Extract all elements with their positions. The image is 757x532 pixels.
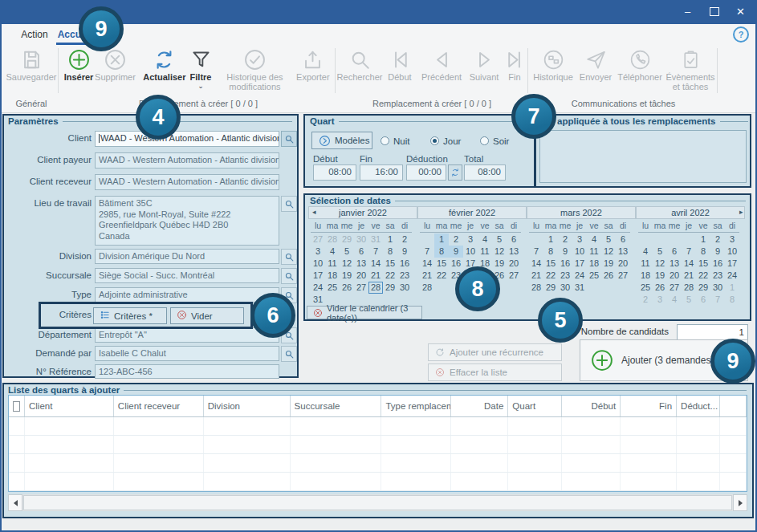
calendar-day[interactable]: 7 xyxy=(682,246,696,258)
calendar-day[interactable]: 1 xyxy=(383,234,397,246)
calendar-day[interactable]: 7 xyxy=(420,246,434,258)
ribbon-button-exporter[interactable]: Exporter xyxy=(292,46,334,83)
column-header-d-duct-[interactable]: Déduct... xyxy=(677,396,720,416)
calendar-day[interactable]: 28 xyxy=(325,234,340,246)
calendar-day[interactable]: 10 xyxy=(463,246,478,258)
calendar-day[interactable]: 8 xyxy=(434,246,449,258)
calendar-day[interactable]: 30 xyxy=(710,282,725,294)
column-header-type-remplacem-[interactable]: Type remplacem... xyxy=(381,396,451,416)
calendar-day[interactable]: 12 xyxy=(340,258,354,270)
calendar-day[interactable]: 23 xyxy=(710,270,725,282)
calendar-day[interactable]: 15 xyxy=(383,258,397,270)
calendar-day[interactable]: 26 xyxy=(340,282,354,294)
calendar-day[interactable]: 5 xyxy=(601,234,616,246)
calendar-day[interactable]: 20 xyxy=(667,270,682,282)
close-button[interactable]: ✕ xyxy=(727,0,754,22)
calendar-day[interactable]: 3 xyxy=(463,234,478,246)
calendar-day[interactable]: 5 xyxy=(340,246,354,258)
calendar-day[interactable]: 15 xyxy=(696,258,710,270)
add-recurrence-button[interactable]: Ajouter une récurrence xyxy=(428,343,562,361)
calendar-day[interactable]: 6 xyxy=(696,294,710,306)
help-icon[interactable]: ? xyxy=(733,26,749,43)
calendar-day[interactable]: 21 xyxy=(420,270,434,282)
candidates-input[interactable] xyxy=(677,324,748,340)
time-field-début[interactable]: 08:00 xyxy=(313,164,356,181)
calendar-day[interactable]: 22 xyxy=(696,270,710,282)
calendar-day[interactable]: 12 xyxy=(601,246,616,258)
calendar-day[interactable]: 14 xyxy=(682,258,696,270)
field-value-6[interactable]: Adjointe administrative xyxy=(95,287,279,303)
ribbon-button-t-l-phoner[interactable]: Téléphoner xyxy=(615,46,665,83)
calendar-day[interactable]: 18 xyxy=(325,270,340,282)
calendar-day[interactable]: 27 xyxy=(354,282,368,294)
field-value-5[interactable]: Siège Social - Succ. Montréal xyxy=(95,268,279,283)
ribbon-button-sauvegarder[interactable]: Sauvegarder xyxy=(5,46,58,83)
field-value-0[interactable]: WAAD - Western Automation - Atlantic div… xyxy=(95,131,279,147)
calendar-day[interactable]: 12 xyxy=(653,258,667,270)
radio-soir[interactable]: Soir xyxy=(480,136,509,146)
time-field-déduction[interactable]: 00:00 xyxy=(406,164,446,181)
calendar-day[interactable]: 11 xyxy=(325,258,340,270)
calendar-day[interactable]: 21 xyxy=(682,270,696,282)
field-value-2[interactable]: WAAD - Western Automation - Atlantic div… xyxy=(95,174,279,190)
calendar-day[interactable]: 29 xyxy=(383,282,397,294)
calendar-day[interactable]: 19 xyxy=(601,258,616,270)
calendar-day[interactable]: 5 xyxy=(653,246,667,258)
calendar-day[interactable]: 2 xyxy=(397,234,412,246)
ribbon-button-filtre[interactable]: Filtre⌄ xyxy=(185,46,216,89)
calendar-day[interactable]: 19 xyxy=(492,258,507,270)
column-header-client[interactable]: Client xyxy=(25,396,114,416)
calendar-day[interactable]: 9 xyxy=(558,246,572,258)
calendar-day[interactable]: 31 xyxy=(311,294,325,306)
search-lookup-button[interactable] xyxy=(281,268,297,284)
calendar-day[interactable]: 2 xyxy=(449,234,463,246)
select-all-checkbox[interactable] xyxy=(13,401,20,412)
ribbon-button-fin[interactable]: Fin xyxy=(503,46,527,83)
calendar-day[interactable]: 16 xyxy=(558,258,572,270)
calendar-day[interactable]: 31 xyxy=(368,234,383,246)
calendar-day[interactable]: 13 xyxy=(507,246,521,258)
table-row[interactable] xyxy=(9,417,747,436)
calendar-day[interactable]: 24 xyxy=(311,282,325,294)
calendar-prev-icon[interactable]: ◂ xyxy=(312,208,316,216)
calendar-day[interactable]: 14 xyxy=(529,258,543,270)
field-value-1[interactable]: WAAD - Western Automation - Atlantic div… xyxy=(95,152,279,169)
field-value-4[interactable]: Division Amérique Du Nord xyxy=(95,249,279,264)
ribbon-button-historique[interactable]: Historique xyxy=(530,46,576,83)
calendar-day[interactable]: 5 xyxy=(492,234,507,246)
field-value-8[interactable]: Entrepôt "A" xyxy=(95,327,279,343)
column-header-fin[interactable]: Fin xyxy=(621,396,677,416)
calendar-day[interactable]: 29 xyxy=(696,282,710,294)
calendar-day[interactable]: 30 xyxy=(558,282,572,294)
calendar-day[interactable]: 16 xyxy=(710,258,725,270)
calendar-day[interactable]: 17 xyxy=(572,258,587,270)
search-lookup-button[interactable] xyxy=(281,249,297,265)
calendar-day[interactable]: 4 xyxy=(478,234,492,246)
table-row[interactable] xyxy=(9,473,747,491)
calendar-day[interactable]: 27 xyxy=(616,270,630,282)
calendar-day[interactable]: 18 xyxy=(638,270,653,282)
calendar-day[interactable]: 15 xyxy=(543,258,558,270)
column-header-d-but[interactable]: Début xyxy=(562,396,621,416)
deduction-refresh-button[interactable] xyxy=(448,164,462,181)
modeles-button[interactable]: Modèles xyxy=(311,132,372,149)
calendar-day[interactable]: 5 xyxy=(682,294,696,306)
field-value-9[interactable]: Isabelle C Chalut xyxy=(95,346,279,361)
calendar-day[interactable]: 6 xyxy=(354,246,368,258)
calendar-day[interactable]: 18 xyxy=(587,258,601,270)
table-row[interactable] xyxy=(9,491,747,492)
ribbon-button-d-but[interactable]: Début xyxy=(382,46,417,83)
calendar-day[interactable]: 25 xyxy=(638,282,653,294)
calendar-day[interactable]: 8 xyxy=(725,294,739,306)
calendar-day[interactable]: 28 xyxy=(368,282,383,294)
column-header-blank[interactable] xyxy=(9,396,25,416)
calendar-day[interactable]: 10 xyxy=(725,246,739,258)
vider-button[interactable]: Vider xyxy=(170,307,244,324)
calendar-day[interactable]: 21 xyxy=(529,270,543,282)
calendar-day[interactable]: 23 xyxy=(558,270,572,282)
calendar-day[interactable]: 6 xyxy=(507,234,521,246)
calendar-day[interactable]: 19 xyxy=(340,270,354,282)
calendar-day[interactable]: 13 xyxy=(667,258,682,270)
calendar-day[interactable]: 23 xyxy=(397,270,412,282)
calendar-next-icon[interactable]: ▸ xyxy=(739,208,743,216)
